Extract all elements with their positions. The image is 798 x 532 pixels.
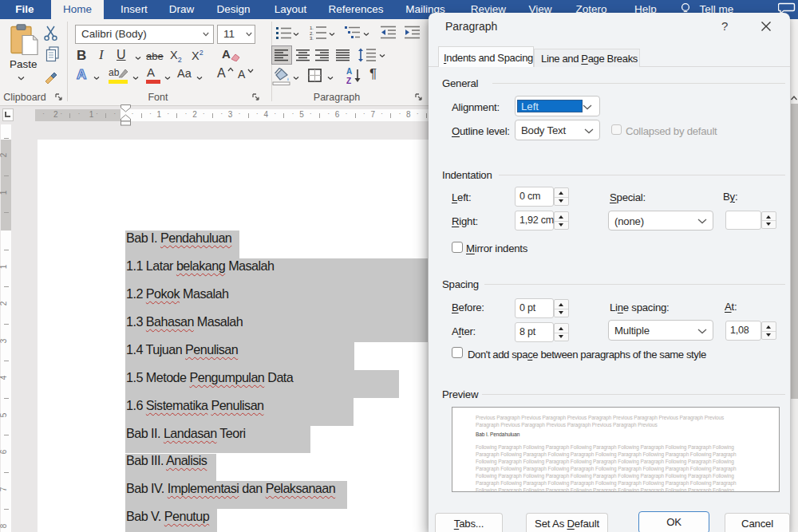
svg-text:2.: 2. <box>310 31 314 36</box>
svg-text:Z: Z <box>346 77 351 85</box>
svg-text:A: A <box>346 67 352 76</box>
svg-text:1.: 1. <box>310 26 314 30</box>
svg-text:3.: 3. <box>310 36 314 40</box>
